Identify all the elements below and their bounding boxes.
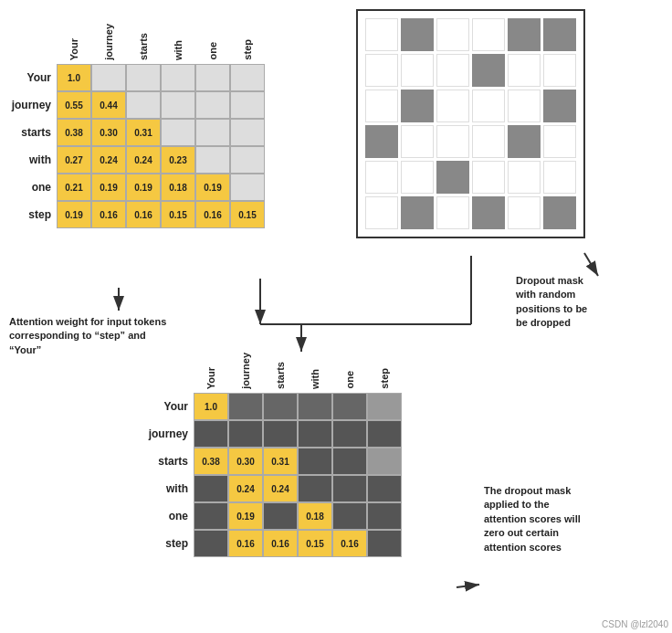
dm-cell <box>543 18 576 51</box>
cell: 0.30 <box>228 448 263 475</box>
row-header: Your <box>9 71 57 84</box>
dm-cell <box>401 161 434 194</box>
cell <box>230 64 265 91</box>
cell <box>230 174 265 201</box>
dm-cell <box>508 196 541 229</box>
cell: 0.18 <box>298 502 332 530</box>
cell <box>367 448 402 475</box>
dm-cell <box>508 90 541 122</box>
cell <box>230 91 265 119</box>
row-header: starts <box>146 455 194 468</box>
cell <box>161 91 195 119</box>
col-header-starts: starts <box>126 9 161 64</box>
cell <box>195 146 230 174</box>
cell <box>194 502 228 530</box>
dm-cell <box>472 90 505 122</box>
dm-cell <box>401 54 434 87</box>
cell <box>230 119 265 146</box>
cell <box>126 64 161 91</box>
cell: 0.15 <box>298 530 332 557</box>
table-row: Your 1.0 <box>9 64 265 91</box>
cell <box>332 420 367 448</box>
matrix-rows-top: Your 1.0 journey 0.55 0.44 <box>9 64 265 228</box>
dm-cell <box>543 54 576 87</box>
dm-cell <box>436 90 469 122</box>
bottom-matrix-wrapper: Your journey starts with one step Your 1… <box>146 338 402 557</box>
cell <box>332 448 367 475</box>
annotation-text: The dropout maskapplied to theattention … <box>484 485 581 553</box>
cell <box>194 530 228 557</box>
table-row: with 0.27 0.24 0.24 0.23 <box>9 146 265 174</box>
row-header: with <box>9 153 57 166</box>
dm-cell <box>401 18 434 51</box>
cell: 0.19 <box>228 502 263 530</box>
cell <box>263 393 298 420</box>
bottom-col-headers: Your journey starts with one step <box>194 338 402 393</box>
bottom-matrix: Your journey starts with one step Your 1… <box>146 338 402 557</box>
bottom-right-annotation: The dropout maskapplied to theattention … <box>484 484 581 554</box>
cell: 0.38 <box>194 448 228 475</box>
cell <box>161 64 195 91</box>
cell: 0.19 <box>126 174 161 201</box>
cell: 0.55 <box>57 91 91 119</box>
dm-cell <box>436 18 469 51</box>
dm-cell <box>508 125 541 158</box>
cell <box>194 475 228 502</box>
dm-cell <box>508 18 541 51</box>
cell: 0.18 <box>161 174 195 201</box>
cell: 0.31 <box>126 119 161 146</box>
col-headers: Your journey starts with one step <box>57 9 265 64</box>
cell: 0.16 <box>126 201 161 228</box>
svg-line-7 <box>584 253 598 276</box>
table-row: starts 0.38 0.30 0.31 <box>146 448 402 475</box>
row-header: with <box>146 482 194 495</box>
dm-cell <box>472 161 505 194</box>
dm-cell <box>401 90 434 122</box>
matrix-wrapper: Your journey starts with one step Your 1… <box>9 9 265 228</box>
dm-cell <box>365 54 398 87</box>
dm-cell <box>472 125 505 158</box>
row-header: step <box>146 537 194 550</box>
cell: 0.19 <box>195 174 230 201</box>
cell <box>332 393 367 420</box>
col-header-journey: journey <box>91 9 126 64</box>
cell: 0.21 <box>57 174 91 201</box>
dm-cell <box>436 161 469 194</box>
table-row: step 0.19 0.16 0.16 0.15 0.16 0.15 <box>9 201 265 228</box>
cell <box>367 420 402 448</box>
cell: 0.16 <box>195 201 230 228</box>
cell: 0.15 <box>230 201 265 228</box>
cell: 1.0 <box>194 393 228 420</box>
dm-cell <box>365 90 398 122</box>
cell <box>161 119 195 146</box>
cell <box>126 91 161 119</box>
row-header: Your <box>146 400 194 413</box>
dm-cell <box>543 125 576 158</box>
row-header: one <box>9 181 57 194</box>
col-header-starts: starts <box>263 338 298 393</box>
row-header: journey <box>146 427 194 440</box>
dm-cell <box>543 161 576 194</box>
cell: 0.15 <box>161 201 195 228</box>
table-row: journey <box>146 420 402 448</box>
row-header: one <box>146 510 194 522</box>
cell <box>195 119 230 146</box>
cell <box>230 146 265 174</box>
cell: 0.23 <box>161 146 195 174</box>
cell <box>367 530 402 557</box>
watermark: CSDN @lzl2040 <box>602 619 668 629</box>
cell <box>367 393 402 420</box>
cell: 0.44 <box>91 91 126 119</box>
col-header-step: step <box>367 338 402 393</box>
cell <box>194 420 228 448</box>
cell: 1.0 <box>57 64 91 91</box>
table-row: step 0.16 0.16 0.15 0.16 <box>146 530 402 557</box>
cell <box>195 91 230 119</box>
dm-cell <box>365 161 398 194</box>
cell <box>91 64 126 91</box>
cell: 0.16 <box>263 530 298 557</box>
table-row: Your 1.0 <box>146 393 402 420</box>
col-header-journey: journey <box>228 338 263 393</box>
dm-cell <box>436 125 469 158</box>
cell <box>195 64 230 91</box>
